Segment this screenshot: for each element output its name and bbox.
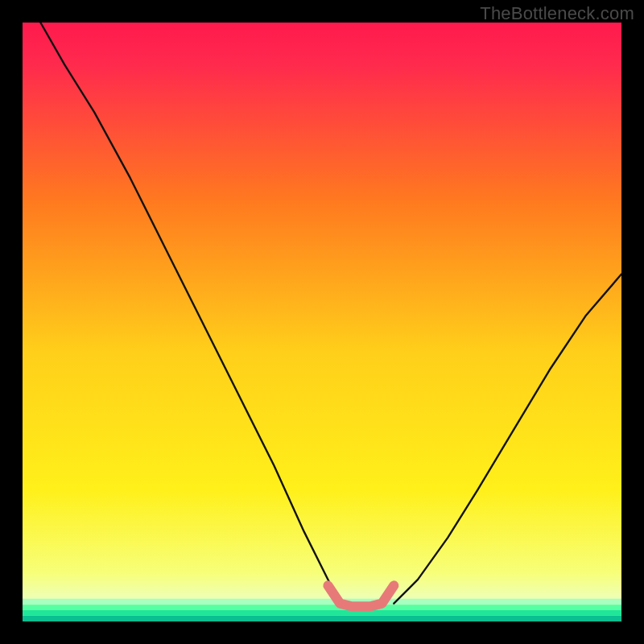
plot-area — [23, 23, 621, 621]
chart-frame: TheBottleneck.com — [0, 0, 644, 644]
curve-layer — [23, 23, 621, 621]
valley-accent — [328, 585, 394, 606]
watermark-text: TheBottleneck.com — [480, 3, 634, 24]
left-curve — [40, 23, 340, 604]
right-curve — [394, 274, 621, 603]
